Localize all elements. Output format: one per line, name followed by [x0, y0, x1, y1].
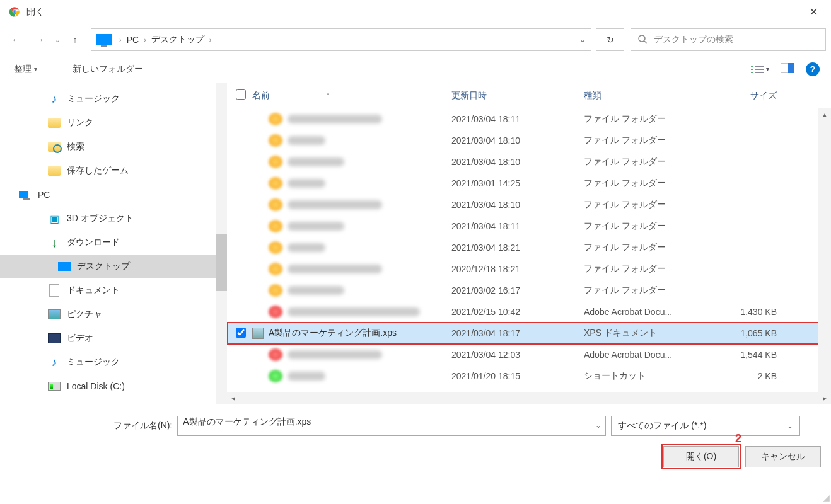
blurred-name [288, 136, 325, 145]
header-size[interactable]: サイズ [716, 90, 786, 101]
search-input[interactable]: デスクトップの検索 [631, 28, 826, 51]
blurred-name [288, 179, 325, 188]
crumb-pc[interactable]: PC [125, 35, 140, 45]
folder-icon [269, 284, 282, 297]
file-name: A製品のマーケティング計画.xps [269, 328, 397, 339]
back-button[interactable]: ← [5, 29, 26, 50]
header-type[interactable]: 種類 [584, 90, 716, 101]
svg-rect-8 [751, 72, 753, 73]
sidebar-item-3d-objects[interactable]: ▣3D オブジェクト [32, 207, 227, 231]
file-rows: ▴ 2021/03/04 18:11ファイル フォルダー 2021/03/04 … [227, 108, 831, 392]
cancel-button[interactable]: キャンセル [745, 446, 821, 467]
shortcut-icon [269, 370, 282, 382]
svg-rect-7 [751, 69, 753, 70]
filename-input[interactable]: A製品のマーケティング計画.xps ⌄ [177, 416, 606, 436]
sidebar-item-pc[interactable]: PC [19, 183, 227, 207]
download-icon: ↓ [48, 237, 61, 248]
footer: ファイル名(N): A製品のマーケティング計画.xps ⌄ すべてのファイル (… [0, 404, 831, 474]
scroll-left-icon[interactable]: ◂ [227, 394, 240, 403]
sidebar-item-music[interactable]: ♪ミュージック [32, 87, 227, 111]
blurred-name [288, 200, 382, 209]
svg-rect-10 [755, 69, 764, 70]
view-options-button[interactable]: ▾ [751, 64, 769, 74]
file-row[interactable]: 2021/03/04 12:03Adobe Acrobat Docu...1,5… [227, 344, 831, 365]
folder-icon [269, 220, 282, 232]
preview-pane-button[interactable] [781, 63, 794, 75]
folder-icon [48, 117, 61, 129]
file-row[interactable]: 2021/03/04 18:10ファイル フォルダー [227, 130, 831, 151]
file-row[interactable]: 2021/03/04 18:11ファイル フォルダー [227, 108, 831, 130]
folder-icon [269, 177, 282, 190]
address-bar[interactable]: › PC › デスクトップ › ⌄ [91, 28, 591, 51]
sidebar-item-downloads[interactable]: ↓ダウンロード [32, 231, 227, 255]
annotation-2: 2 [735, 432, 741, 445]
sidebar: ♪ミュージック リンク 検索 保存したゲーム PC ▣3D オブジェクト ↓ダウ… [0, 83, 227, 404]
file-row[interactable]: 1 2021/02/15 10:42Adobe Acrobat Docu...1… [227, 301, 831, 323]
disk-icon [48, 381, 61, 392]
file-row[interactable]: 2021/03/04 18:10ファイル フォルダー [227, 151, 831, 173]
file-row[interactable]: 2021/03/04 18:21ファイル フォルダー [227, 237, 831, 258]
row-checkbox[interactable] [236, 328, 246, 338]
file-row[interactable]: 2021/01/20 18:15ショートカット2 KB [227, 365, 831, 387]
history-dropdown[interactable]: ⌄ [53, 37, 62, 43]
close-button[interactable]: ✕ [801, 5, 826, 19]
navbar: ← → ⌄ ↑ › PC › デスクトップ › ⌄ ↻ デスクトップの検索 [0, 24, 831, 55]
dropdown-icon[interactable]: ⌄ [595, 421, 601, 430]
sidebar-item-links[interactable]: リンク [32, 111, 227, 135]
dropdown-icon: ⌄ [787, 421, 793, 430]
svg-point-4 [639, 35, 645, 42]
forward-button[interactable]: → [29, 29, 50, 50]
organize-button[interactable]: 整理▾ [9, 61, 42, 77]
svg-line-5 [644, 41, 647, 43]
folder-icon [269, 156, 282, 168]
address-dropdown-icon[interactable]: ⌄ [579, 35, 586, 44]
up-button[interactable]: ↑ [64, 29, 86, 50]
sidebar-item-libraries[interactable]: ライブラリ [19, 398, 227, 404]
resize-grip-icon[interactable]: ◢ [823, 493, 830, 503]
sidebar-item-desktop[interactable]: デスクトップ [0, 255, 227, 278]
blurred-name [288, 286, 344, 295]
document-icon [48, 285, 61, 296]
header-checkbox[interactable] [236, 89, 252, 101]
new-folder-button[interactable]: 新しいフォルダー [67, 61, 148, 77]
file-row[interactable]: 2020/12/18 18:21ファイル フォルダー [227, 258, 831, 280]
filename-value: A製品のマーケティング計画.xps [183, 416, 311, 427]
sidebar-scroll-thumb[interactable] [216, 234, 227, 291]
file-row[interactable]: 2021/03/02 16:17ファイル フォルダー [227, 280, 831, 301]
folder-icon [269, 198, 282, 211]
sidebar-item-local-disk[interactable]: Local Disk (C:) [32, 374, 227, 398]
open-button[interactable]: 開く(O) [663, 446, 739, 467]
column-headers: 名前˄ 更新日時 種類 サイズ [227, 83, 831, 108]
music-icon: ♪ [48, 93, 61, 105]
filetype-filter[interactable]: すべてのファイル (*.*) ⌄ [611, 416, 800, 436]
sidebar-item-music2[interactable]: ♪ミュージック [32, 350, 227, 374]
crumb-sep-icon: › [140, 36, 150, 43]
svg-rect-11 [755, 72, 764, 73]
svg-rect-9 [755, 66, 764, 67]
help-button[interactable]: ? [806, 62, 820, 76]
file-row[interactable]: 2021/03/01 14:25ファイル フォルダー [227, 173, 831, 194]
sidebar-item-documents[interactable]: ドキュメント [32, 278, 227, 302]
file-pane: 名前˄ 更新日時 種類 サイズ ▴ 2021/03/04 18:11ファイル フ… [227, 83, 831, 404]
file-row-selected[interactable]: A製品のマーケティング計画.xps 2021/03/04 18:17XPS ドキ… [227, 323, 831, 344]
sidebar-item-videos[interactable]: ビデオ [32, 326, 227, 350]
file-row[interactable]: 2021/03/04 18:10ファイル フォルダー [227, 194, 831, 215]
body: ♪ミュージック リンク 検索 保存したゲーム PC ▣3D オブジェクト ↓ダウ… [0, 83, 831, 404]
blurred-name [288, 115, 382, 123]
folder-icon [269, 241, 282, 254]
sidebar-item-saved-games[interactable]: 保存したゲーム [32, 159, 227, 183]
blurred-name [288, 372, 325, 381]
sidebar-item-search[interactable]: 検索 [32, 135, 227, 159]
cube-icon: ▣ [48, 213, 61, 224]
scroll-right-icon[interactable]: ▸ [818, 394, 831, 403]
window-title: 開く [26, 6, 801, 18]
sidebar-item-pictures[interactable]: ピクチャ [32, 302, 227, 326]
refresh-button[interactable]: ↻ [596, 28, 624, 51]
file-row[interactable]: 2021/03/04 18:11ファイル フォルダー [227, 215, 831, 237]
horizontal-scrollbar[interactable]: ◂ ▸ [227, 392, 831, 404]
header-name[interactable]: 名前˄ [252, 90, 451, 101]
scroll-up-icon[interactable]: ▴ [823, 108, 827, 121]
crumb-desktop[interactable]: デスクトップ [150, 34, 206, 45]
vertical-scrollbar[interactable]: ▴ [818, 108, 831, 392]
header-modified[interactable]: 更新日時 [451, 90, 584, 101]
